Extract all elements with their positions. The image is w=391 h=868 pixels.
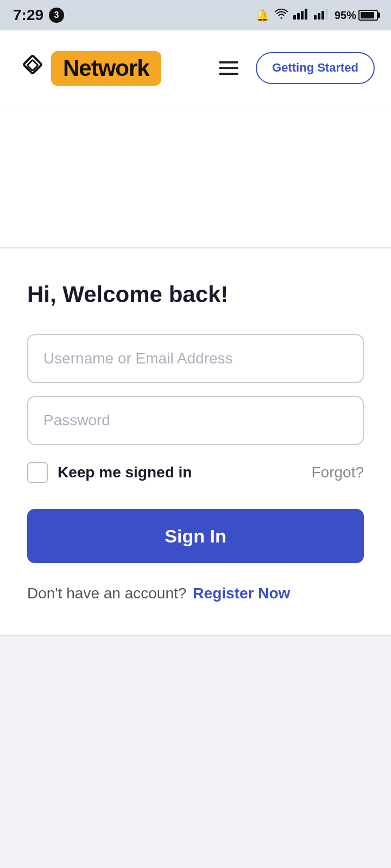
wifi-icon [275, 9, 288, 22]
hamburger-line-2 [219, 67, 238, 69]
svg-rect-3 [305, 9, 307, 20]
svg-rect-1 [297, 13, 300, 20]
welcome-title: Hi, Welcome back! [27, 281, 364, 308]
forgot-button[interactable]: Forgot? [312, 464, 364, 481]
username-group [27, 334, 364, 383]
bell-icon: 🔔 [256, 9, 269, 22]
getting-started-button[interactable]: Getting Started [256, 52, 375, 84]
status-right: 🔔 [256, 9, 378, 22]
logo-text: Network [63, 55, 149, 81]
keep-signed-in-text: Keep me signed in [58, 464, 192, 481]
login-section: Hi, Welcome back! Keep me signed in Forg… [0, 248, 391, 636]
no-account-text: Don't have an account? [27, 585, 186, 602]
register-now-button[interactable]: Register Now [193, 585, 290, 602]
hamburger-line-3 [219, 73, 238, 75]
hamburger-button[interactable] [215, 57, 243, 79]
keep-signed-in-label[interactable]: Keep me signed in [27, 462, 192, 483]
svg-rect-7 [325, 9, 328, 20]
logo-icon [16, 52, 49, 85]
content-top-space [0, 106, 391, 247]
register-row: Don't have an account? Register Now [27, 585, 364, 602]
signal-icon [293, 9, 308, 22]
password-group [27, 396, 364, 445]
header-right: Getting Started [215, 52, 375, 84]
notification-badge: 3 [49, 8, 64, 23]
keep-signed-in-checkbox[interactable] [27, 462, 48, 483]
password-input[interactable] [27, 396, 364, 445]
svg-rect-2 [301, 11, 304, 20]
status-bar: 7:29 3 🔔 [0, 0, 391, 30]
status-time: 7:29 [13, 7, 43, 24]
svg-rect-5 [318, 13, 320, 20]
logo-area: Network [16, 51, 161, 86]
bottom-space [0, 636, 391, 744]
svg-rect-6 [321, 11, 324, 20]
header: Network Getting Started [0, 30, 391, 106]
hamburger-line-1 [219, 61, 238, 63]
sign-in-button[interactable]: Sign In [27, 509, 364, 563]
form-options: Keep me signed in Forgot? [27, 462, 364, 483]
username-input[interactable] [27, 334, 364, 383]
signal2-icon [314, 9, 329, 22]
logo-text-bg: Network [51, 51, 161, 86]
svg-rect-0 [293, 15, 296, 20]
battery-status: 95% [335, 9, 378, 22]
svg-rect-4 [314, 15, 317, 20]
status-left: 7:29 3 [13, 7, 64, 24]
battery-icon [358, 10, 378, 21]
